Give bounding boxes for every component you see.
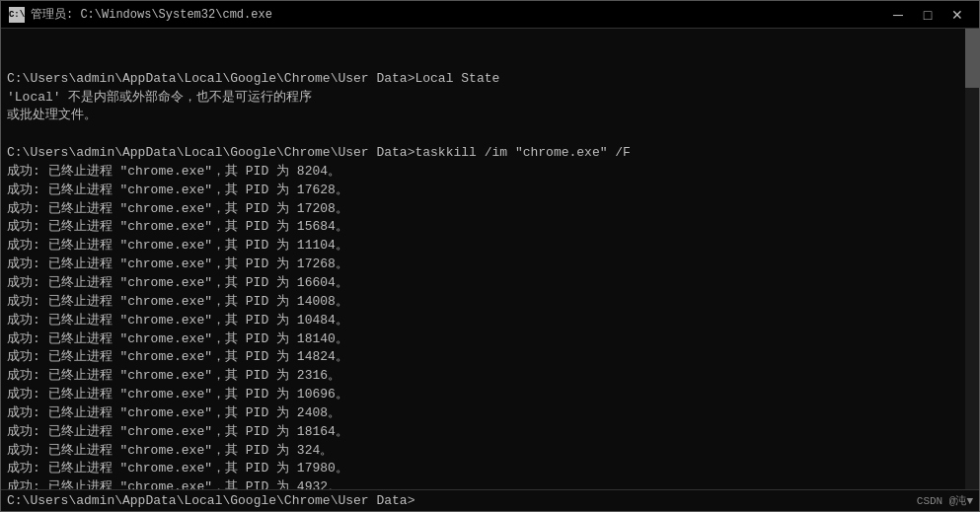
scrollbar[interactable] xyxy=(965,29,979,489)
console-line: 成功: 已终止进程 "chrome.exe"，其 PID 为 324。 xyxy=(7,442,973,461)
console-line: 成功: 已终止进程 "chrome.exe"，其 PID 为 10696。 xyxy=(7,386,973,404)
status-bar: C:\Users\admin\AppData\Local\Google\Chro… xyxy=(1,489,979,511)
console-line: C:\Users\admin\AppData\Local\Google\Chro… xyxy=(7,144,973,163)
maximize-button[interactable]: □ xyxy=(914,5,942,25)
console-line: 成功: 已终止进程 "chrome.exe"，其 PID 为 2316。 xyxy=(7,367,973,386)
console-line: 或批处理文件。 xyxy=(7,107,973,125)
title-bar: C:\ 管理员: C:\Windows\System32\cmd.exe ─ □… xyxy=(1,1,979,29)
window-controls: ─ □ ✕ xyxy=(884,5,971,25)
console-line: 成功: 已终止进程 "chrome.exe"，其 PID 为 17980。 xyxy=(7,460,973,478)
console-line: 成功: 已终止进程 "chrome.exe"，其 PID 为 14824。 xyxy=(7,348,973,367)
console-line: 成功: 已终止进程 "chrome.exe"，其 PID 为 18140。 xyxy=(7,330,973,349)
command-prompt: C:\Users\admin\AppData\Local\Google\Chro… xyxy=(7,493,415,508)
watermark: CSDN @沌▼ xyxy=(917,493,973,508)
console-line: C:\Users\admin\AppData\Local\Google\Chro… xyxy=(7,70,973,89)
cmd-window: C:\ 管理员: C:\Windows\System32\cmd.exe ─ □… xyxy=(0,0,980,512)
console-line: 成功: 已终止进程 "chrome.exe"，其 PID 为 14008。 xyxy=(7,293,973,312)
console-line: 成功: 已终止进程 "chrome.exe"，其 PID 为 15684。 xyxy=(7,218,973,237)
console-line: 成功: 已终止进程 "chrome.exe"，其 PID 为 17268。 xyxy=(7,256,973,274)
console-line: 成功: 已终止进程 "chrome.exe"，其 PID 为 2408。 xyxy=(7,404,973,423)
close-button[interactable]: ✕ xyxy=(943,5,971,25)
console-line: 成功: 已终止进程 "chrome.exe"，其 PID 为 18164。 xyxy=(7,423,973,442)
console-line: 'Local' 不是内部或外部命令，也不是可运行的程序 xyxy=(7,89,973,108)
console-line: 成功: 已终止进程 "chrome.exe"，其 PID 为 10484。 xyxy=(7,312,973,330)
scrollbar-thumb[interactable] xyxy=(965,29,979,88)
console-line: 成功: 已终止进程 "chrome.exe"，其 PID 为 8204。 xyxy=(7,163,973,182)
console-line: 成功: 已终止进程 "chrome.exe"，其 PID 为 16604。 xyxy=(7,274,973,293)
console-line xyxy=(7,125,973,144)
console-line: 成功: 已终止进程 "chrome.exe"，其 PID 为 4932。 xyxy=(7,478,973,489)
console-line: 成功: 已终止进程 "chrome.exe"，其 PID 为 11104。 xyxy=(7,237,973,256)
window-title: 管理员: C:\Windows\System32\cmd.exe xyxy=(31,6,884,23)
console-content: C:\Users\admin\AppData\Local\Google\Chro… xyxy=(7,33,973,489)
console-line: 成功: 已终止进程 "chrome.exe"，其 PID 为 17628。 xyxy=(7,182,973,200)
minimize-button[interactable]: ─ xyxy=(884,5,912,25)
cmd-icon: C:\ xyxy=(9,7,25,23)
console-area[interactable]: C:\Users\admin\AppData\Local\Google\Chro… xyxy=(1,29,979,489)
console-line: 成功: 已终止进程 "chrome.exe"，其 PID 为 17208。 xyxy=(7,200,973,219)
